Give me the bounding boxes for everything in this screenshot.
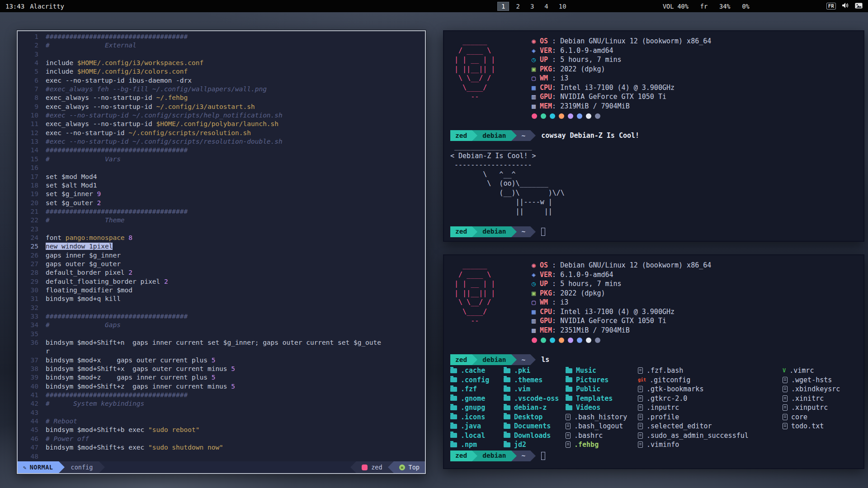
- prompt-line[interactable]: zed debian ~ ls: [450, 354, 857, 365]
- editor-line[interactable]: 3: [20, 50, 425, 59]
- editor-line[interactable]: 16: [20, 164, 425, 172]
- ls-item: V.vimrc: [783, 366, 840, 375]
- ls-item: .wget-hsts: [783, 375, 840, 385]
- editor-line[interactable]: 41####################################: [20, 391, 425, 399]
- editor-line[interactable]: 21####################################: [20, 207, 425, 216]
- editor-line[interactable]: 7#exec_always feh --bg-fill ~/.config/wa…: [20, 85, 425, 94]
- editor-line[interactable]: 12exec --no-startup-id ~/.config/scripts…: [20, 129, 425, 137]
- workspace-button-3[interactable]: 3: [527, 2, 538, 10]
- editor-line[interactable]: 2# External: [20, 41, 425, 50]
- fetch-label: GPU: [540, 317, 552, 325]
- editor-line[interactable]: 19set $g_inner 9: [20, 190, 425, 198]
- editor-line[interactable]: 42# System keybindings: [20, 399, 425, 408]
- editor-line[interactable]: 40bindsym $mod+Shift+z gaps inner curren…: [20, 382, 425, 391]
- editor-line[interactable]: 27gaps outer $g_outer: [20, 260, 425, 268]
- editor-line[interactable]: 15# Vars: [20, 155, 425, 164]
- line-number: 38: [20, 365, 38, 373]
- editor-line[interactable]: 20set $g_outer 2: [20, 199, 425, 207]
- editor-line[interactable]: 47bindsym $mod+Shift+s exec "sudo shutdo…: [20, 443, 425, 452]
- editor-line[interactable]: 37bindsym $mod+x gaps outer current plus…: [20, 356, 425, 365]
- prompt-user: zed: [450, 450, 472, 461]
- powerline-arrow: [511, 450, 517, 461]
- editor-line[interactable]: 33####################################: [20, 312, 425, 321]
- editor-line[interactable]: 22# Theme: [20, 216, 425, 225]
- editor-line[interactable]: 28default_border pixel 2: [20, 268, 425, 277]
- editor-line[interactable]: 13#exec --no-startup-id ~/.config/script…: [20, 137, 425, 146]
- editor-line[interactable]: 30floating_modifier $mod: [20, 286, 425, 295]
- line-text: exec --no-startup-id ~/.config/scripts/r…: [46, 129, 251, 137]
- color-dot: [595, 338, 600, 343]
- prompt-line[interactable]: zed debian ~: [450, 450, 857, 461]
- terminal-top-content[interactable]: ______ / ____ \ | | __ | | | ||__|| | \ …: [444, 31, 863, 241]
- editor-line[interactable]: 9exec_always --no-startup-id ~/.config/i…: [20, 103, 425, 111]
- file-icon: [566, 423, 571, 429]
- editor-line[interactable]: 48: [20, 452, 425, 461]
- editor-line[interactable]: 36bindsym $mod+Shift+n gaps inner curren…: [20, 338, 425, 347]
- ls-item-name: .gtk-bookmarks: [646, 385, 703, 394]
- ls-item-name: .selected_editor: [646, 422, 712, 431]
- editor-line[interactable]: 32: [20, 304, 425, 312]
- powerline-separator: [99, 461, 105, 473]
- line-number: 11: [20, 120, 38, 128]
- editor-line[interactable]: 23: [20, 225, 425, 234]
- topbar-stat: 34%: [719, 3, 730, 10]
- editor-line[interactable]: 43: [20, 408, 425, 417]
- editor-line[interactable]: 4include $HOME/.config/i3/workspaces.con…: [20, 59, 425, 67]
- line-text: exec_always --no-startup-id ~/.fehbg: [46, 94, 188, 102]
- editor-line[interactable]: 39bindsym $mod+z gaps inner current plus…: [20, 373, 425, 382]
- ls-item-name: .vim: [514, 385, 530, 394]
- speaker-icon[interactable]: [842, 2, 849, 10]
- workspace-button-4[interactable]: 4: [541, 2, 552, 10]
- prompt-path: ~: [517, 450, 531, 461]
- ls-item: .bash_logout: [566, 422, 638, 431]
- workspace-button-2[interactable]: 2: [512, 2, 523, 10]
- ls-item: todo.txt: [783, 422, 840, 431]
- editor-line[interactable]: 6exec --no-startup-id ibus-daemon -drx: [20, 76, 425, 85]
- line-number: 30: [20, 286, 38, 295]
- wm-icon: ▢: [532, 74, 540, 83]
- editor-line[interactable]: 34# Gaps: [20, 321, 425, 329]
- fetch-info-row: ▣PKG: 2022 (dpkg): [532, 65, 711, 74]
- editor-line[interactable]: 14####################################: [20, 146, 425, 155]
- line-text: set $alt Mod1: [46, 181, 97, 190]
- gpu-icon: ▥: [532, 316, 540, 326]
- editor-line[interactable]: 38bindsym $mod+Shift+x gaps outer curren…: [20, 365, 425, 373]
- keyboard-layout-badge[interactable]: FR: [826, 3, 836, 9]
- editor-line[interactable]: r: [20, 347, 425, 356]
- terminal-bottom-content[interactable]: ______ / ____ \ | | __ | | | ||__|| | \ …: [444, 255, 863, 468]
- file-icon: [783, 395, 788, 402]
- editor-line[interactable]: 11exec_always --no-startup-id $HOME/.con…: [20, 120, 425, 128]
- folder-icon: [450, 368, 457, 373]
- editor-line[interactable]: 44# Reboot: [20, 417, 425, 426]
- editor-line[interactable]: 5include $HOME/.config/i3/colors.conf: [20, 67, 425, 76]
- editor-line[interactable]: 8exec_always --no-startup-id ~/.fehbg: [20, 94, 425, 102]
- editor-lines[interactable]: 1####################################2# …: [18, 31, 425, 461]
- editor-line[interactable]: 18set $alt Mod1: [20, 181, 425, 190]
- editor-line[interactable]: 17set $mod Mod4: [20, 173, 425, 181]
- line-number: 40: [20, 382, 38, 391]
- screenshot-icon[interactable]: [855, 3, 863, 10]
- editor-line[interactable]: 45bindsym $mod+Shift+b exec "sudo reboot…: [20, 426, 425, 434]
- editor-line[interactable]: 46# Power off: [20, 435, 425, 443]
- editor-line[interactable]: 29default_floating_border pixel 2: [20, 277, 425, 286]
- editor-line[interactable]: 26gaps inner $g_inner: [20, 251, 425, 260]
- editor-line[interactable]: 10#exec --no-startup-id ~/.config/script…: [20, 111, 425, 120]
- prompt-line[interactable]: zed debian ~ cowsay Debian-Z Is Cool!: [450, 130, 857, 141]
- line-number: 34: [20, 321, 38, 329]
- editor-line[interactable]: 31bindsym $mod+q kill: [20, 295, 425, 303]
- workspace-button-10[interactable]: 10: [555, 2, 570, 10]
- powerline-arrow: [530, 450, 536, 461]
- editor-line[interactable]: 25new_window 1pixel: [20, 242, 425, 251]
- folder-icon: [504, 433, 510, 438]
- line-number: 47: [20, 443, 38, 452]
- line-number: 23: [20, 225, 38, 234]
- editor-line[interactable]: 35: [20, 330, 425, 338]
- line-number: 29: [20, 277, 38, 286]
- prompt-line[interactable]: zed debian ~: [450, 226, 857, 237]
- ls-output: .cache.config.fzf.gnome.gnupg.icons.java…: [450, 366, 857, 450]
- editor-line[interactable]: 1####################################: [20, 33, 425, 41]
- line-text: default_floating_border pixel 2: [46, 277, 168, 286]
- folder-icon: [504, 396, 510, 401]
- workspace-button-1[interactable]: 1: [497, 2, 509, 11]
- editor-line[interactable]: 24font pango:monospace 8: [20, 234, 425, 242]
